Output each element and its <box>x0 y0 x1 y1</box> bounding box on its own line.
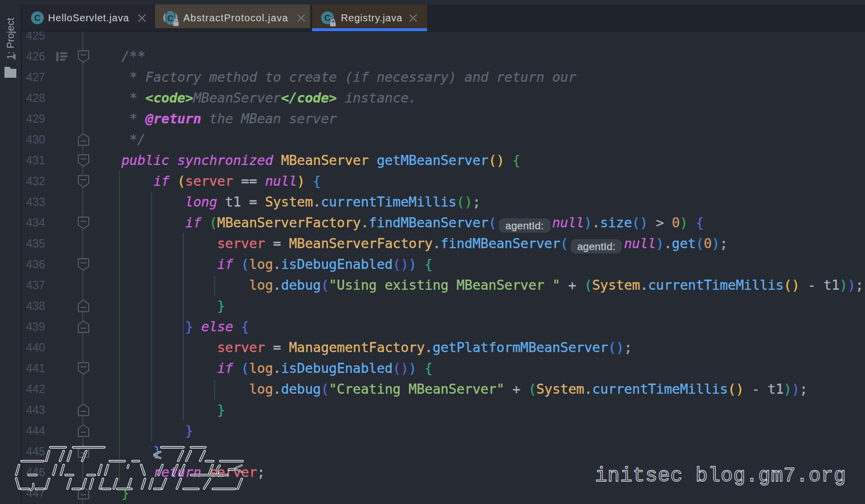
svg-text:C: C <box>324 13 330 23</box>
